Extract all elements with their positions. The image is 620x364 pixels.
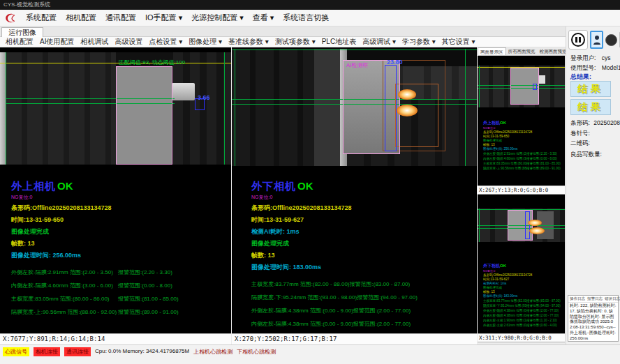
- right-done-label: 图像处理完成: [251, 239, 418, 248]
- thumb-measure-value: 外侧左胶-隔膜:4.38mm 范围:(0.00 - 9.00): [483, 309, 526, 312]
- thumb1-coord-bar: X:267;Y:13;R:0;G:0;B:0: [478, 185, 565, 195]
- status-bar: 心跳信号 相机连接 通讯连接 Cpu: 0.0% Memory: 3424.41…: [0, 344, 620, 364]
- right-camera-name: 外下相机: [251, 180, 296, 192]
- measurement-row: 外侧左胶-隔膜:4.38mm 范围:(0.00 - 9.00) 报警范围:(2.…: [251, 307, 418, 314]
- thumb-measure-value: 内侧左胶-隔膜:4.60mm 范围:(3.00 - 6.00): [483, 157, 526, 160]
- log-box: 操作日志 报警日志 错误日志 耗时: 222, 缺陷检测耗时: 17, 缺陷分类…: [568, 295, 619, 342]
- tool-test-params[interactable]: 测试项参数 ▾: [275, 37, 316, 47]
- menu-item-system-config[interactable]: 系统配置: [26, 13, 57, 23]
- thumbnail-lower-camera[interactable]: 外下相机OK NG复位:0 条形码:Offline202502081331347…: [478, 195, 565, 333]
- left-img-yellow-line: [0, 63, 231, 63]
- tab-run-image[interactable]: 运行图像: [1, 27, 43, 37]
- left-img-match-box: [116, 66, 172, 165]
- left-measurements: 外侧左胶-隔膜:2.91mm 范围:(2.00 - 3.50) 报警范围:(2.…: [11, 268, 179, 316]
- measurement-alarm: 报警范围:(2.20 - 3.30): [118, 268, 172, 276]
- lower-camera-heartbeat: 下相机心跳检测: [237, 347, 276, 356]
- panel-barcode-row: 条形码: 20250208: [570, 119, 620, 128]
- thumb1-green-vline: [479, 66, 480, 107]
- thumb2-status-ok: OK: [500, 264, 506, 268]
- user-icon: [593, 34, 601, 45]
- window-title: CYS-视觉检测系统: [3, 1, 50, 8]
- thumbnail-tabs: 画面显示区 所有画面预览 检测画面预览: [478, 47, 565, 56]
- thumb-measure-row: 外侧左胶-隔膜:4.38mm 范围:(0.00 - 9.00)报警范围:(2.0…: [483, 309, 561, 312]
- tool-other-settings[interactable]: 其它设置 ▾: [442, 37, 475, 47]
- measurement-alarm: 报警范围:(0.00 - 8.00): [118, 282, 172, 289]
- login-user-value: cys: [602, 54, 611, 61]
- measurement-row: 内侧左胶-隔膜:4.60mm 范围:(3.00 - 6.00) 报警范围:(0.…: [11, 282, 179, 289]
- thumb-measure-value: 内侧左胶-主极:1.90mm 范围:(1.00 - 2.20): [483, 319, 526, 322]
- measurement-value: 内侧左胶-隔膜:4.60mm 范围:(3.00 - 6.00): [11, 282, 118, 289]
- thumb2-result-text: 外下相机OK NG复位:0 条形码:Offline202502081331347…: [483, 263, 561, 327]
- panel-buttons: [568, 30, 620, 50]
- thumb-measure-row: 外侧左胶-主极:2.61mm 范围:(0.60 - 4.00)报警范围:(0.6…: [483, 324, 561, 327]
- tool-image-processing[interactable]: 图像处理 ▾: [189, 37, 222, 47]
- right-img-weld-glow-1: [398, 89, 416, 100]
- tool-camera-config[interactable]: 相机配置: [6, 37, 34, 47]
- thumb-measure-row: 内侧左胶-隔膜:4.38mm 范围:(0.00 - 9.00)报警范围:(2.0…: [483, 314, 561, 317]
- thumb1-camera-name: 外上相机: [483, 121, 500, 125]
- menu-item-light-control-config[interactable]: 光源控制配置 ▾: [191, 13, 244, 23]
- log-tab-alarm[interactable]: 报警日志: [587, 296, 603, 301]
- pause-icon: [571, 33, 585, 47]
- left-ng-label: NG复位:0: [11, 194, 179, 201]
- thumb-tab-all-preview[interactable]: 所有画面预览: [506, 47, 538, 55]
- thumb-measure-value: 隔膜宽度-下:95.24mm 范围:(93.00 - 98.00): [483, 304, 526, 308]
- menu-item-camera-config[interactable]: 相机配置: [66, 13, 96, 23]
- good-count-label: 良品写数量:: [570, 151, 602, 159]
- thumb2-done: 图像处理完成: [483, 286, 561, 289]
- thumb-measure-row: 主极宽度:83.77mm 范围:(82.00 - 88.00)报警范围:(83.…: [483, 299, 561, 303]
- thumb-measure-row: 隔膜宽度-下:95.24mm 范围:(93.00 - 98.00)报警范围:(9…: [483, 304, 561, 308]
- thumbnail-upper-camera[interactable]: 外上相机OK NG复位:0 条形码:Offline202502081331347…: [478, 56, 565, 185]
- measurement-value: 外侧左胶-隔膜:4.38mm 范围:(0.00 - 9.00): [251, 307, 353, 314]
- tool-plc-address-table[interactable]: PLC地址表: [322, 37, 356, 47]
- tool-camera-debug[interactable]: 相机调试: [80, 37, 108, 47]
- measurement-alarm: 报警范围:(89.00 - 91.00): [118, 308, 179, 316]
- tool-baseline-params[interactable]: 基准线参数 ▾: [228, 37, 269, 47]
- right-camera-image[interactable]: AI检测框 23.80: [232, 49, 477, 166]
- left-camera-image[interactable]: 匹配阈值:93, 动态阈值:100 3.66: [0, 52, 231, 165]
- log-tab-error[interactable]: 错误日志: [605, 296, 620, 301]
- right-barcode: 条形码:Offline20250208133134728: [251, 204, 418, 213]
- measurement-value: 主极宽度:83.05mm 范围:(80.00 - 86.00): [11, 295, 118, 303]
- thumb-measure-row: 隔膜宽度-上:90.56mm 范围:(88.00 - 92.00)报警范围:(8…: [483, 167, 561, 170]
- tool-learning-params[interactable]: 学习参数 ▾: [402, 37, 436, 47]
- thumb-measure-alarm: 报警范围:(2.00 - 77.00): [526, 314, 559, 317]
- left-img-green-vline-2: [224, 52, 225, 165]
- menu-item-comm-config[interactable]: 通讯配置: [105, 13, 136, 23]
- thumb-measure-value: 外侧左胶-主极:2.61mm 范围:(0.60 - 4.00): [483, 324, 526, 327]
- pause-button[interactable]: [568, 30, 588, 50]
- model-value[interactable]: Model1: [602, 64, 620, 71]
- thumb1-time: 时间:13-31-59-650: [483, 135, 561, 138]
- left-coord-bar: X:7677;Y:891;R:14;G:14;B:14: [0, 333, 231, 344]
- panel-barcode-value: 20250208: [593, 119, 620, 126]
- thumb-measure-value: 隔膜宽度-上:90.56mm 范围:(88.00 - 92.00): [483, 167, 526, 170]
- log-tab-operation[interactable]: 操作日志: [570, 296, 585, 301]
- right-process-time: 图像处理时间: 183.00ms: [251, 263, 418, 272]
- thumb1-measure-box: [533, 84, 537, 90]
- thumb-measure-alarm: 报警范围:(2.00 - 77.00): [526, 309, 559, 312]
- thumb1-barcode: 条形码:Offline20250208133134728: [483, 130, 561, 134]
- menu-item-io-config[interactable]: IO手配置 ▾: [145, 13, 182, 23]
- log-body[interactable]: 耗时: 222, 缺陷检测耗时: 17, 缺陷分类耗时: 0, 缺陷提取分区耗时…: [568, 303, 618, 342]
- tool-ai-usage-config[interactable]: AI使用配置: [40, 37, 74, 47]
- tool-advanced-debug[interactable]: 高级调试 ▾: [362, 37, 396, 47]
- camera-user-button[interactable]: [590, 31, 603, 49]
- measurement-value: 内侧左胶-隔膜:4.38mm 范围:(0.00 - 9.00): [251, 320, 353, 328]
- tool-spot-check[interactable]: 点检设置 ▾: [149, 37, 182, 47]
- thumb-measure-value: 主极宽度:83.77mm 范围:(82.00 - 88.00): [483, 299, 526, 303]
- right-coord-bar: X:270;Y:2502;R:17;G:17;B:17: [232, 333, 477, 344]
- tool-advanced-settings[interactable]: 高级设置: [115, 37, 142, 47]
- menu-item-view[interactable]: 查看 ▾: [253, 13, 274, 23]
- thumb1-result-text: 外上相机OK NG复位:0 条形码:Offline202502081331347…: [483, 120, 561, 170]
- thumb-tab-detect-preview[interactable]: 检测画面预览: [538, 47, 569, 55]
- left-process-time: 图像处理时间: 256.00ms: [11, 251, 179, 260]
- menu-item-language-switch[interactable]: 系统语言切换: [283, 13, 329, 23]
- measurement-alarm: 报警范围:(83.00 - 87.00): [350, 280, 411, 288]
- window-titlebar: CYS-视觉检测系统: [0, 0, 620, 10]
- thumb-tab-display-area[interactable]: 画面显示区: [478, 47, 506, 55]
- status-indicator-icon[interactable]: [605, 34, 617, 46]
- left-img-measure-value: 3.66: [198, 94, 210, 101]
- right-img-measure-box: [385, 65, 397, 151]
- thumb-measure-alarm: 报警范围:(2.20 - 3.30): [526, 152, 557, 156]
- camera-connection-badge: 相机连接: [34, 347, 60, 356]
